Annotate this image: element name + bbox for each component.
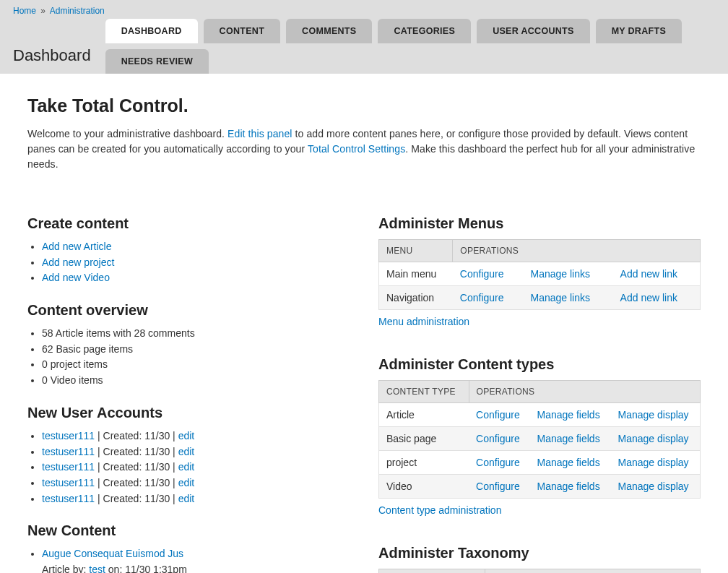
op-cell: Manage fields — [529, 451, 610, 475]
overview-item: 0 project items — [42, 357, 350, 373]
user-meta: | Created: 11/30 | — [95, 446, 178, 457]
ctypes-th-type: CONTENT TYPE — [379, 381, 469, 403]
op-cell: Manage fields — [529, 427, 610, 451]
op-link[interactable]: Manage fields — [537, 481, 599, 492]
user-item: testuser111 | Created: 11/30 | edit — [42, 491, 350, 507]
create-content-list: Add new Article Add new project Add new … — [42, 239, 350, 286]
table-row: projectConfigureManage fieldsManage disp… — [379, 451, 701, 475]
admin-taxonomy-heading: Administer Taxonomy — [378, 545, 701, 561]
total-control-settings-link[interactable]: Total Control Settings — [308, 143, 405, 155]
user-item: testuser111 | Created: 11/30 | edit — [42, 460, 350, 475]
op-cell: Configure — [453, 286, 524, 310]
tab-user-accounts[interactable]: USER ACCOUNTS — [477, 19, 589, 43]
taxonomy-table: VOCABULARY OPERATIONS Categories: 3 cate… — [378, 569, 701, 573]
table-row: Main menuConfigureManage linksAdd new li… — [379, 262, 701, 286]
op-cell: Configure — [469, 403, 529, 427]
op-cell: Add new link — [613, 286, 701, 310]
add-video-link[interactable]: Add new Video — [42, 272, 110, 283]
op-link[interactable]: Configure — [476, 409, 520, 421]
user-edit-link[interactable]: edit — [178, 477, 195, 488]
tab-my-drafts[interactable]: MY DRAFTS — [596, 19, 682, 43]
add-project-link[interactable]: Add new project — [42, 257, 114, 268]
ctype-administration-link[interactable]: Content type administration — [378, 504, 501, 516]
op-cell: Manage fields — [529, 403, 610, 427]
op-link[interactable]: Add new link — [620, 292, 677, 303]
tab-needs-review[interactable]: NEEDS REVIEW — [105, 49, 209, 74]
user-edit-link[interactable]: edit — [178, 446, 195, 457]
user-link[interactable]: testuser111 — [42, 446, 95, 457]
user-meta: | Created: 11/30 | — [95, 461, 178, 473]
op-link[interactable]: Configure — [476, 481, 520, 492]
page-title: Dashboard — [13, 46, 91, 74]
user-edit-link[interactable]: edit — [178, 461, 195, 473]
row-label: Video — [379, 475, 469, 499]
content-item: Augue Consequat Euismod JusArticle by: t… — [42, 546, 350, 573]
op-link[interactable]: Manage links — [531, 292, 591, 303]
ctypes-table: CONTENT TYPE OPERATIONS ArticleConfigure… — [378, 380, 701, 499]
menus-th-ops: OPERATIONS — [453, 240, 701, 262]
new-users-heading: New User Accounts — [27, 405, 350, 421]
user-link[interactable]: testuser111 — [42, 430, 95, 441]
ctypes-th-ops: OPERATIONS — [469, 381, 700, 403]
breadcrumb-admin[interactable]: Administration — [50, 6, 105, 16]
op-link[interactable]: Manage display — [618, 481, 689, 492]
user-link[interactable]: testuser111 — [42, 461, 95, 473]
tab-categories[interactable]: CATEGORIES — [378, 19, 471, 43]
content-overview-heading: Content overview — [27, 302, 350, 319]
table-row: NavigationConfigureManage linksAdd new l… — [379, 286, 701, 310]
breadcrumb-sep: » — [40, 6, 46, 16]
user-edit-link[interactable]: edit — [178, 430, 195, 441]
menus-th-menu: MENU — [379, 240, 453, 262]
op-link[interactable]: Configure — [476, 457, 520, 468]
op-link[interactable]: Manage fields — [537, 457, 599, 468]
op-cell: Manage display — [611, 427, 701, 451]
tab-comments[interactable]: COMMENTS — [286, 19, 372, 43]
op-cell: Manage display — [611, 475, 701, 499]
admin-menus-heading: Administer Menus — [378, 215, 701, 232]
menus-table: MENU OPERATIONS Main menuConfigureManage… — [378, 239, 701, 310]
table-row: Basic pageConfigureManage fieldsManage d… — [379, 427, 701, 451]
content-overview-list: 58 Article items with 28 comments 62 Bas… — [42, 326, 350, 389]
overview-item: 0 Video items — [42, 373, 350, 389]
op-link[interactable]: Manage display — [618, 409, 689, 421]
row-label: Basic page — [379, 427, 469, 451]
table-row: ArticleConfigureManage fieldsManage disp… — [379, 403, 701, 427]
op-link[interactable]: Manage fields — [537, 409, 599, 421]
breadcrumb: Home » Administration — [13, 6, 715, 16]
user-item: testuser111 | Created: 11/30 | edit — [42, 444, 350, 460]
menu-administration-link[interactable]: Menu administration — [378, 316, 469, 327]
op-link[interactable]: Manage display — [618, 433, 689, 444]
op-cell: Configure — [453, 262, 524, 286]
author-link[interactable]: test — [89, 564, 105, 573]
user-edit-link[interactable]: edit — [178, 493, 195, 504]
op-cell: Manage display — [611, 451, 701, 475]
overview-item: 58 Article items with 28 comments — [42, 326, 350, 342]
main-heading: Take Total Control. — [27, 95, 701, 116]
row-label: Article — [379, 403, 469, 427]
op-cell: Add new link — [613, 262, 701, 286]
overview-item: 62 Basic page items — [42, 342, 350, 358]
op-cell: Configure — [469, 451, 529, 475]
op-cell: Configure — [469, 427, 529, 451]
breadcrumb-home[interactable]: Home — [13, 6, 36, 16]
add-article-link[interactable]: Add new Article — [42, 241, 112, 252]
tab-dashboard[interactable]: DASHBOARD — [105, 19, 198, 43]
op-link[interactable]: Add new link — [620, 268, 677, 280]
op-link[interactable]: Manage display — [618, 457, 689, 468]
tab-content[interactable]: CONTENT — [204, 19, 281, 43]
taxonomy-th-vocab: VOCABULARY — [379, 569, 485, 574]
op-link[interactable]: Manage links — [531, 268, 591, 280]
op-link[interactable]: Manage fields — [537, 433, 599, 444]
edit-panel-link[interactable]: Edit this panel — [228, 128, 292, 139]
op-cell: Configure — [469, 475, 529, 499]
op-link[interactable]: Configure — [460, 292, 504, 303]
op-cell: Manage links — [524, 262, 613, 286]
user-link[interactable]: testuser111 — [42, 493, 95, 504]
user-item: testuser111 | Created: 11/30 | edit — [42, 428, 350, 444]
new-users-list: testuser111 | Created: 11/30 | edittestu… — [42, 428, 350, 507]
user-link[interactable]: testuser111 — [42, 477, 95, 488]
op-link[interactable]: Configure — [460, 268, 504, 280]
content-title-link[interactable]: Augue Consequat Euismod Jus — [42, 548, 183, 559]
op-link[interactable]: Configure — [476, 433, 520, 444]
user-item: testuser111 | Created: 11/30 | edit — [42, 475, 350, 491]
